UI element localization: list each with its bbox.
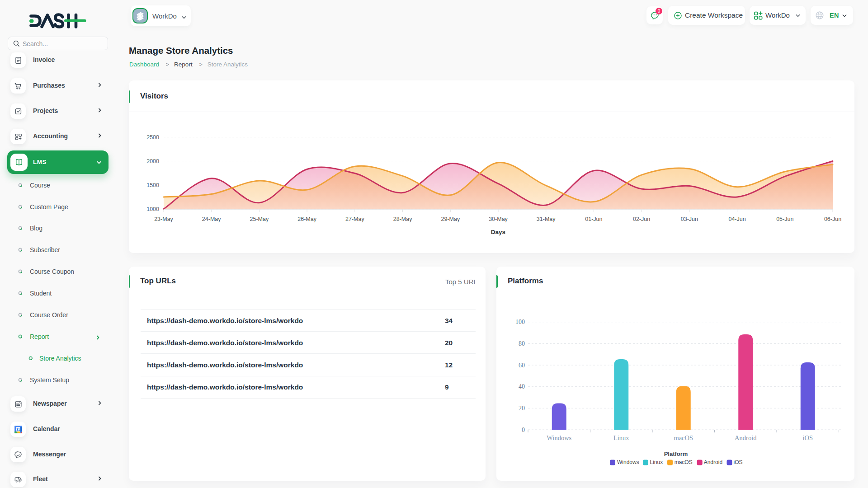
svg-text:29-May: 29-May (441, 216, 460, 222)
svg-text:05-Jun: 05-Jun (776, 216, 793, 222)
svg-text:macOS: macOS (675, 459, 693, 465)
svg-text:04-Jun: 04-Jun (728, 216, 745, 222)
svg-text:28-May: 28-May (393, 216, 412, 222)
svg-text:100: 100 (515, 319, 525, 325)
svg-text:2500: 2500 (146, 134, 159, 141)
svg-text:20: 20 (519, 405, 525, 412)
svg-text:80: 80 (519, 340, 525, 347)
svg-text:Android: Android (704, 459, 722, 465)
svg-text:40: 40 (519, 383, 525, 390)
svg-text:Linux: Linux (650, 459, 663, 465)
svg-text:iOS: iOS (802, 434, 813, 441)
svg-text:01-Jun: 01-Jun (585, 216, 602, 222)
svg-text:0: 0 (522, 427, 525, 433)
svg-text:23-May: 23-May (154, 216, 173, 222)
svg-text:Platform: Platform (664, 450, 688, 457)
svg-text:Windows: Windows (617, 459, 639, 465)
svg-text:02-Jun: 02-Jun (633, 216, 650, 222)
svg-text:Android: Android (735, 434, 757, 441)
svg-text:31: 31 (16, 427, 19, 431)
svg-text:31-May: 31-May (537, 216, 556, 222)
svg-text:Windows: Windows (547, 434, 571, 441)
svg-text:1000: 1000 (146, 206, 159, 212)
svg-text:26-May: 26-May (297, 216, 316, 222)
svg-text:03-Jun: 03-Jun (681, 216, 698, 222)
svg-text:24-May: 24-May (202, 216, 221, 222)
svg-text:iOS: iOS (734, 459, 743, 465)
svg-text:60: 60 (519, 362, 525, 369)
svg-text:06-Jun: 06-Jun (824, 216, 841, 222)
svg-text:2000: 2000 (146, 158, 159, 164)
svg-text:27-May: 27-May (345, 216, 364, 222)
svg-text:Days: Days (491, 229, 505, 235)
svg-text:1500: 1500 (146, 182, 159, 188)
svg-text:macOS: macOS (674, 434, 693, 441)
svg-text:25-May: 25-May (250, 216, 269, 222)
svg-text:Linux: Linux (613, 434, 629, 441)
svg-text:30-May: 30-May (489, 216, 508, 222)
